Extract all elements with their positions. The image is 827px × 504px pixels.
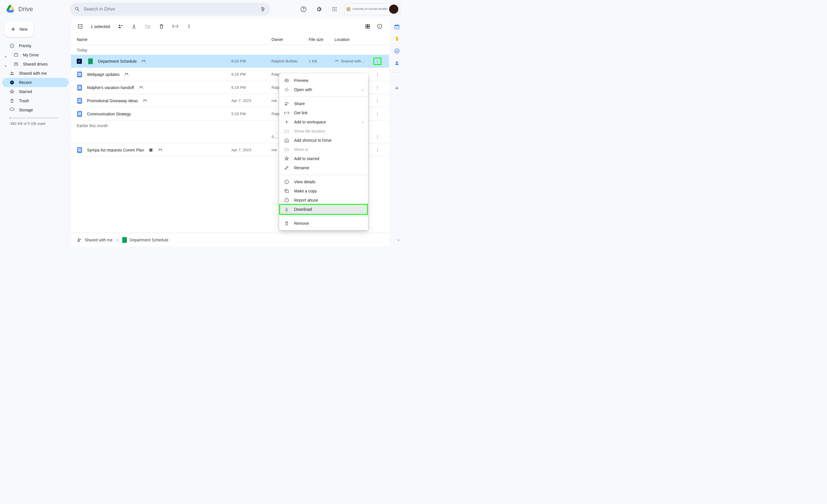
file-row[interactable]: ✓Department Schedule 6:20 PM Ralphie Buf… xyxy=(71,55,389,68)
keep-icon[interactable] xyxy=(394,36,400,42)
more-icon[interactable] xyxy=(186,23,192,30)
new-button-label: New xyxy=(19,27,28,32)
more-icon[interactable]: ⋮ xyxy=(376,99,379,103)
sidebar-item-priority[interactable]: Priority xyxy=(2,41,69,50)
contacts-icon[interactable] xyxy=(394,60,400,66)
search-bar[interactable] xyxy=(70,3,270,16)
file-name: Webpage updates xyxy=(87,72,119,77)
sidebar-item-starred[interactable]: Starred xyxy=(2,87,69,96)
share-icon[interactable] xyxy=(117,23,124,30)
file-time: 6:19 PM xyxy=(231,85,272,90)
info-icon[interactable] xyxy=(376,23,383,30)
more-icon[interactable]: ⋮ xyxy=(376,135,379,139)
plus-icon xyxy=(284,119,290,125)
calendar-icon[interactable]: 31 xyxy=(394,24,400,30)
sidebar-label: Storage xyxy=(19,108,33,112)
search-input[interactable] xyxy=(84,7,256,12)
tasks-icon[interactable] xyxy=(394,48,400,54)
collapse-panel-icon[interactable]: › xyxy=(398,237,399,243)
svg-point-31 xyxy=(142,60,144,61)
menu-view-details[interactable]: View details xyxy=(279,177,368,187)
add-panel-icon[interactable]: + xyxy=(395,85,399,92)
svg-rect-26 xyxy=(366,24,368,26)
menu-add-shortcut[interactable]: Add shortcut to Drive xyxy=(279,136,368,145)
priority-icon xyxy=(9,43,15,49)
menu-share[interactable]: Share xyxy=(279,99,368,108)
file-time: 6:19 PM xyxy=(231,72,272,77)
link-icon[interactable] xyxy=(172,23,179,30)
menu-open-with[interactable]: Open with › xyxy=(279,85,368,94)
sidebar-item-my-drive[interactable]: My Drive xyxy=(2,50,69,60)
more-icon[interactable]: ⋮ xyxy=(376,112,379,116)
sidebar-item-storage[interactable]: Storage xyxy=(2,105,69,114)
col-location[interactable]: Location xyxy=(335,37,372,42)
deselect-icon[interactable] xyxy=(77,23,84,30)
svg-point-13 xyxy=(336,10,336,11)
table-header: Name Owner File size Location xyxy=(71,34,389,45)
menu-add-workspace[interactable]: Add to workspace › xyxy=(279,117,368,127)
more-icon[interactable]: ⋮ xyxy=(376,72,379,77)
delete-icon[interactable] xyxy=(158,23,165,30)
chevron-right-icon: › xyxy=(116,237,118,243)
settings-icon[interactable] xyxy=(313,3,325,15)
sheet-icon xyxy=(122,237,127,243)
menu-rename[interactable]: Rename xyxy=(279,163,368,172)
menu-make-copy[interactable]: Make a copy xyxy=(279,187,368,196)
svg-point-53 xyxy=(286,80,288,81)
sidebar-item-shared-drives[interactable]: Shared drives xyxy=(2,60,69,69)
svg-point-22 xyxy=(119,24,120,26)
chevron-right-icon: › xyxy=(362,120,363,124)
drive-logo-icon[interactable] xyxy=(5,3,16,15)
breadcrumb-shared[interactable]: Shared with me xyxy=(77,237,112,243)
chevron-right-icon: › xyxy=(362,87,363,92)
sidebar-item-recent[interactable]: Recent xyxy=(2,78,69,87)
svg-point-35 xyxy=(125,73,127,74)
breadcrumb-file[interactable]: Department Schedule xyxy=(122,237,168,243)
menu-report-abuse[interactable]: Report abuse xyxy=(279,196,368,205)
logo-section: Drive xyxy=(5,3,67,15)
menu-download[interactable]: Download xyxy=(279,205,368,214)
menu-move-to: Move to xyxy=(279,145,368,154)
menu-get-link[interactable]: Get link xyxy=(279,108,368,117)
star-icon xyxy=(284,156,290,161)
menu-label: Show file location xyxy=(294,129,325,134)
sidebar-label: Starred xyxy=(19,89,32,94)
svg-point-34 xyxy=(337,60,338,61)
file-name: Department Schedule xyxy=(98,59,137,63)
col-owner[interactable]: Owner xyxy=(272,37,309,42)
svg-point-17 xyxy=(16,63,16,64)
more-icon[interactable]: ⋮ xyxy=(376,148,379,152)
menu-preview[interactable]: Preview xyxy=(279,76,368,85)
svg-rect-41 xyxy=(149,148,153,151)
grid-view-icon[interactable] xyxy=(364,23,371,30)
new-button[interactable]: New xyxy=(5,21,33,37)
col-name[interactable]: Name xyxy=(77,37,231,42)
sidebar-label: My Drive xyxy=(23,53,39,57)
more-icon[interactable]: ⋮ xyxy=(376,85,379,90)
org-chip[interactable]: University of Colorado Boulder xyxy=(344,3,400,15)
sidebar-item-shared-with-me[interactable]: Shared with me xyxy=(2,69,69,78)
search-icon xyxy=(75,6,80,12)
shared-icon xyxy=(142,98,147,103)
search-options-icon[interactable] xyxy=(260,6,266,12)
more-icon[interactable]: ⋮ xyxy=(376,59,379,63)
file-owner: Ralphie Buffalo xyxy=(272,59,309,63)
avatar[interactable] xyxy=(389,5,398,14)
svg-point-43 xyxy=(161,149,162,150)
download-icon[interactable] xyxy=(131,23,138,30)
help-icon[interactable] xyxy=(298,3,309,15)
sheet-icon xyxy=(88,58,93,64)
move-icon[interactable] xyxy=(144,23,151,30)
col-size[interactable]: File size xyxy=(309,37,335,42)
svg-point-32 xyxy=(144,60,145,61)
shared-icon xyxy=(158,148,163,153)
menu-add-starred[interactable]: Add to starred xyxy=(279,154,368,163)
checkbox-checked-icon[interactable]: ✓ xyxy=(77,59,82,64)
apps-grid-icon[interactable] xyxy=(329,3,340,15)
svg-rect-27 xyxy=(368,24,370,26)
menu-label: Open with xyxy=(294,87,312,92)
header: Drive University of Colorado Boulder xyxy=(0,0,405,18)
sidebar-item-trash[interactable]: Trash xyxy=(2,96,69,105)
menu-remove[interactable]: Remove xyxy=(279,219,368,228)
svg-text:31: 31 xyxy=(396,27,398,29)
